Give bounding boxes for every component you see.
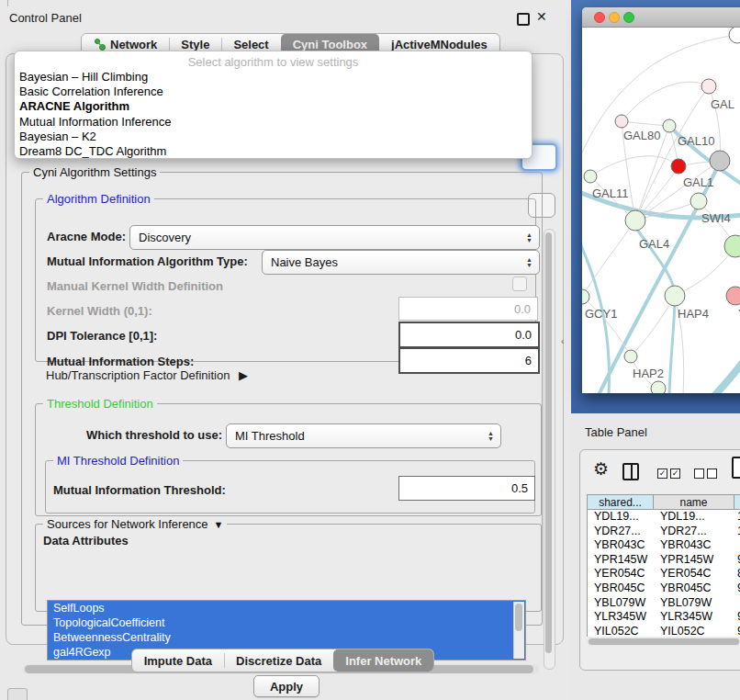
- float-window-icon[interactable]: [517, 13, 530, 26]
- table-row[interactable]: YDL19...YDL19...13: [588, 510, 740, 525]
- network-node[interactable]: [651, 381, 666, 393]
- settings-vertical-scrollbar[interactable]: [544, 229, 555, 670]
- table-row[interactable]: YER054CYER054C8.: [588, 567, 740, 581]
- attribute-list-item[interactable]: SelfLoops: [48, 601, 525, 615]
- table-row[interactable]: YPR145WYPR145W9.: [588, 553, 740, 568]
- table-cell: [734, 596, 740, 611]
- scrollbar-thumb[interactable]: [515, 604, 522, 631]
- group-title: Cyni Algorithm Settings: [29, 165, 160, 179]
- network-graph: GALGAL80GAL10GAL1GAL11SWI4GAL4GCY1HAP4YH…: [582, 28, 740, 393]
- table-row[interactable]: YDR27...YDR27...12: [588, 525, 740, 539]
- network-edge: [622, 82, 709, 121]
- unchecked-checkbox-icon[interactable]: [707, 469, 717, 479]
- network-edge: [622, 121, 669, 126]
- columns-icon[interactable]: [622, 463, 639, 480]
- algorithm-menu-item[interactable]: Dream8 DC_TDC Algorithm: [15, 144, 532, 159]
- network-node[interactable]: [690, 193, 707, 209]
- attribute-list-item[interactable]: TopologicalCoefficient: [48, 615, 525, 630]
- checked-checkbox-icon[interactable]: ✓: [657, 469, 667, 479]
- mi-steps-field[interactable]: 6: [398, 347, 540, 374]
- network-node[interactable]: [665, 286, 685, 306]
- table-row[interactable]: YLR345WYLR345W9.: [588, 610, 740, 625]
- network-node[interactable]: [726, 287, 740, 305]
- window-titlebar[interactable]: [582, 7, 740, 28]
- column-header[interactable]: shared...: [588, 495, 654, 509]
- algorithm-menu-item[interactable]: Bayesian – Hill Climbing: [15, 70, 532, 85]
- group-title: MI Threshold Definition: [53, 454, 183, 468]
- network-canvas[interactable]: GALGAL80GAL10GAL1GAL11SWI4GAL4GCY1HAP4YH…: [582, 28, 740, 393]
- mi-steps-label: Mutual Information Steps:: [47, 355, 194, 368]
- which-threshold-combobox[interactable]: MI Threshold ▲▼: [226, 423, 501, 448]
- manual-kernel-width-checkbox[interactable]: [512, 277, 527, 291]
- table-cell: 9.: [734, 553, 740, 568]
- node-label: GAL11: [592, 186, 629, 200]
- splitter-collapse-icon[interactable]: ‹: [561, 336, 564, 346]
- column-header[interactable]: A: [734, 495, 740, 509]
- kernel-width-field[interactable]: 0.0: [398, 297, 538, 321]
- gear-icon[interactable]: ⚙: [593, 458, 609, 480]
- table-cell: YBR045C: [588, 581, 654, 596]
- expand-right-icon[interactable]: ▶: [239, 368, 248, 382]
- network-node[interactable]: [615, 115, 628, 128]
- network-node[interactable]: [724, 235, 740, 257]
- node-label: GAL: [711, 97, 734, 111]
- table-cell: YLR345W: [654, 610, 734, 625]
- node-table-container: ⚙ ✓ ✓ shared...nameA YDL19...YDL19...13Y…: [579, 449, 740, 671]
- network-node[interactable]: [701, 79, 716, 94]
- close-icon[interactable]: ✕: [536, 9, 547, 24]
- hub-definition-expander[interactable]: Hub/Transcription Factor Definition ▶: [46, 368, 248, 382]
- table-row[interactable]: YBR045CYBR045C9.: [588, 581, 740, 596]
- network-node[interactable]: [625, 210, 645, 231]
- close-traffic-light-icon[interactable]: [594, 12, 605, 23]
- dpi-tolerance-field[interactable]: 0.0: [398, 322, 540, 348]
- table-cell: 8.: [734, 567, 740, 581]
- tab-impute-data[interactable]: Impute Data: [132, 649, 224, 672]
- mi-algorithm-type-combobox[interactable]: Naive Bayes ▲▼: [262, 250, 540, 275]
- node-label: GCY1: [585, 307, 617, 321]
- collapsed-panel-button[interactable]: [7, 688, 28, 700]
- panel-title: Control Panel: [9, 11, 82, 25]
- checked-checkbox-icon[interactable]: ✓: [670, 469, 680, 479]
- unchecked-checkbox-icon[interactable]: [694, 469, 704, 479]
- zoom-traffic-light-icon[interactable]: [623, 12, 634, 23]
- tab-discretize-data[interactable]: Discretize Data: [224, 649, 333, 672]
- attribute-list-item[interactable]: BetweennessCentrality: [48, 630, 525, 645]
- tab-infer-network[interactable]: Infer Network: [333, 649, 433, 672]
- network-node[interactable]: [710, 151, 730, 171]
- group-title[interactable]: Sources for Network Inference ▼: [43, 517, 227, 531]
- network-node[interactable]: [624, 350, 637, 363]
- table-cell: YLR345W: [588, 610, 654, 625]
- table-cell: YER054C: [588, 567, 654, 581]
- algorithm-dropdown-popup: Select algorithm to view settings Bayesi…: [14, 51, 533, 159]
- node-label: HAP4: [678, 307, 709, 321]
- table-horizontal-scrollbar[interactable]: [587, 638, 740, 646]
- algorithm-menu-item[interactable]: Basic Correlation Inference: [15, 85, 532, 99]
- list-vertical-scrollbar[interactable]: [513, 602, 524, 659]
- network-node[interactable]: [729, 28, 740, 43]
- network-edge-strong: [692, 349, 740, 393]
- network-node[interactable]: [584, 170, 597, 183]
- table-cell: 13: [734, 510, 740, 525]
- table-panel-title: Table Panel: [585, 425, 647, 439]
- network-node[interactable]: [663, 119, 676, 132]
- algorithm-menu-item[interactable]: Bayesian – K2: [15, 130, 532, 144]
- network-node[interactable]: [671, 159, 686, 174]
- table-row[interactable]: YBR043CYBR043C: [588, 538, 740, 553]
- table-cell: [734, 538, 740, 553]
- network-view-window: GALGAL80GAL10GAL1GAL11SWI4GAL4GCY1HAP4YH…: [582, 7, 740, 393]
- threshold-definition-group: Threshold Definition Which threshold to …: [35, 403, 542, 516]
- scrollbar-thumb[interactable]: [589, 638, 739, 645]
- algorithm-menu-item[interactable]: ARACNE Algorithm: [15, 99, 532, 114]
- table-row[interactable]: YBL079WYBL079W: [588, 596, 740, 611]
- file-icon[interactable]: [732, 457, 740, 479]
- scrollbar-thumb[interactable]: [545, 232, 552, 653]
- minimize-traffic-light-icon[interactable]: [609, 12, 620, 23]
- collapse-down-icon[interactable]: ▼: [214, 519, 224, 530]
- algorithm-menu-item[interactable]: Mutual Information Inference: [15, 115, 532, 130]
- table-cell: 9.: [734, 581, 740, 596]
- mi-threshold-field[interactable]: 0.5: [398, 476, 535, 501]
- aracne-mode-combobox[interactable]: Discovery ▲▼: [129, 225, 540, 250]
- table-row[interactable]: YIL052CYIL052C9.: [588, 625, 740, 637]
- column-header[interactable]: name: [654, 495, 734, 509]
- apply-button[interactable]: Apply: [253, 675, 320, 697]
